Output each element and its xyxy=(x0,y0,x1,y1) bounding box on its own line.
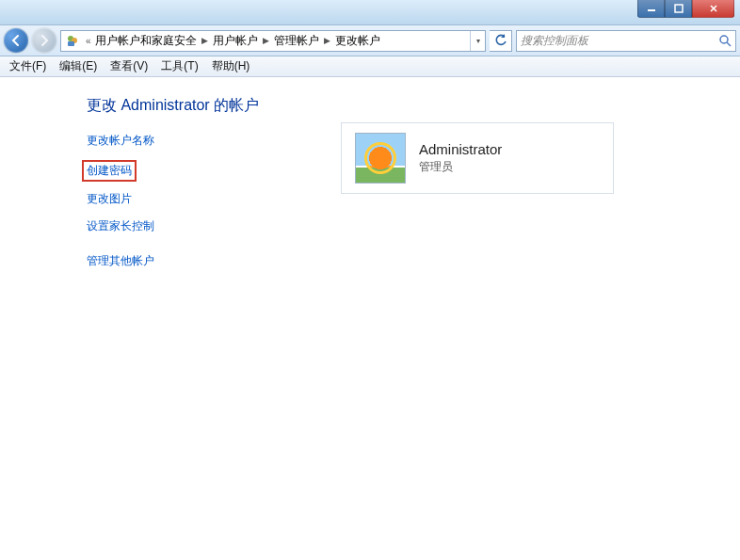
forward-button[interactable] xyxy=(32,28,56,53)
account-name: Administrator xyxy=(419,141,502,157)
task-create-password[interactable]: 创建密码 xyxy=(82,160,137,182)
menu-file[interactable]: 文件(F) xyxy=(4,56,52,76)
svg-rect-1 xyxy=(675,5,683,12)
menu-bar: 文件(F) 编辑(E) 查看(V) 工具(T) 帮助(H) xyxy=(0,56,740,77)
chevron-right-icon[interactable]: ▶ xyxy=(199,36,211,45)
svg-line-6 xyxy=(727,42,731,46)
account-panel: Administrator 管理员 xyxy=(341,96,614,280)
breadcrumb-item[interactable]: 更改帐户 xyxy=(333,33,382,49)
menu-view[interactable]: 查看(V) xyxy=(105,56,153,76)
maximize-button[interactable] xyxy=(665,0,692,18)
address-dropdown[interactable]: ▾ xyxy=(470,31,485,51)
menu-help[interactable]: 帮助(H) xyxy=(206,56,256,76)
svg-rect-0 xyxy=(648,9,655,11)
arrow-right-icon xyxy=(38,34,51,47)
task-change-name[interactable]: 更改帐户名称 xyxy=(87,133,154,149)
breadcrumb-item[interactable]: 管理帐户 xyxy=(272,33,321,49)
task-panel: 更改 Administrator 的帐户 更改帐户名称 创建密码 更改图片 设置… xyxy=(21,96,341,280)
back-button[interactable] xyxy=(4,28,28,53)
account-info: Administrator 管理员 xyxy=(419,141,502,175)
svg-rect-4 xyxy=(68,41,74,46)
task-parental-controls[interactable]: 设置家长控制 xyxy=(87,218,154,234)
account-picture xyxy=(355,133,406,184)
chevron-right-icon[interactable]: ▶ xyxy=(321,36,333,45)
window-controls xyxy=(637,0,734,18)
chevron-right-icon[interactable]: ▶ xyxy=(260,36,272,45)
task-change-picture[interactable]: 更改图片 xyxy=(87,191,132,207)
maximize-icon xyxy=(674,4,684,13)
address-bar[interactable]: « 用户帐户和家庭安全 ▶ 用户帐户 ▶ 管理帐户 ▶ 更改帐户 ▾ xyxy=(60,30,486,52)
task-manage-other[interactable]: 管理其他帐户 xyxy=(87,253,154,269)
refresh-icon xyxy=(494,34,507,47)
account-card: Administrator 管理员 xyxy=(341,122,614,194)
breadcrumb-item[interactable]: 用户帐户和家庭安全 xyxy=(93,33,199,49)
page-title: 更改 Administrator 的帐户 xyxy=(87,96,341,116)
minimize-icon xyxy=(647,4,656,13)
window-titlebar xyxy=(0,0,740,25)
menu-tools[interactable]: 工具(T) xyxy=(155,56,203,76)
svg-point-5 xyxy=(720,36,728,43)
search-icon xyxy=(718,34,732,47)
breadcrumb-item[interactable]: 用户帐户 xyxy=(211,33,260,49)
account-type: 管理员 xyxy=(419,159,502,175)
refresh-button[interactable] xyxy=(490,30,512,52)
breadcrumb-prefix: « xyxy=(84,36,93,46)
search-input[interactable]: 搜索控制面板 xyxy=(516,30,736,52)
minimize-button[interactable] xyxy=(637,0,665,18)
navigation-bar: « 用户帐户和家庭安全 ▶ 用户帐户 ▶ 管理帐户 ▶ 更改帐户 ▾ 搜索控制面… xyxy=(0,25,740,56)
menu-edit[interactable]: 编辑(E) xyxy=(54,56,103,76)
search-placeholder: 搜索控制面板 xyxy=(521,33,718,49)
close-button[interactable] xyxy=(692,0,734,18)
content-area: 更改 Administrator 的帐户 更改帐户名称 创建密码 更改图片 设置… xyxy=(0,77,740,299)
close-icon xyxy=(709,4,718,13)
arrow-left-icon xyxy=(9,34,23,47)
user-accounts-icon xyxy=(63,31,82,50)
